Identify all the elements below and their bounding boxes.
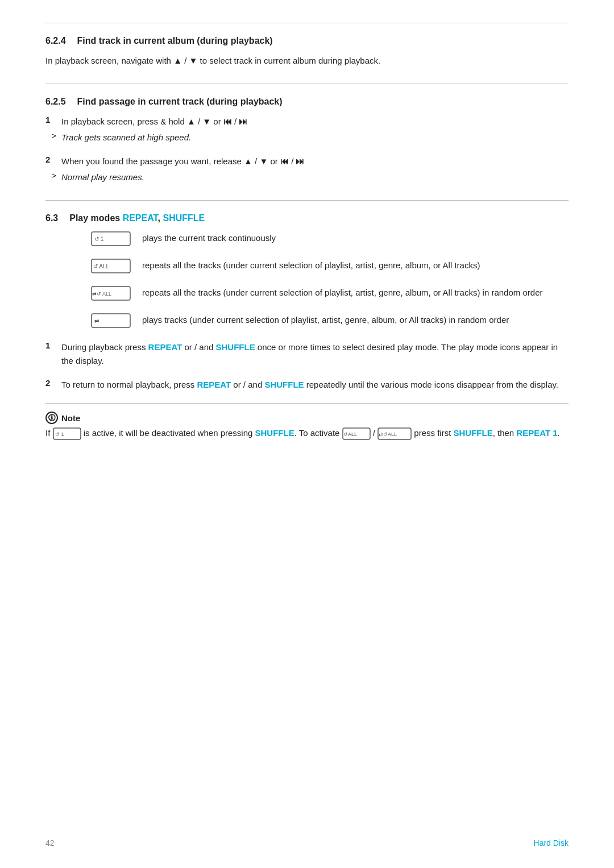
step-block-1: 1 In playback screen, press & hold ▲ / ▼… <box>45 115 569 144</box>
shuffle-title: SHUFFLE <box>163 213 205 223</box>
step-num-63-2: 2 <box>45 378 61 388</box>
step-text-2: When you found the passage you want, rel… <box>61 155 569 168</box>
note-repeat1-text: REPEAT 1 <box>516 428 557 438</box>
step-text-63-2: To return to normal playback, press REPE… <box>61 378 569 392</box>
result-text-1: Track gets scanned at high speed. <box>61 131 191 144</box>
result-row-1: > Track gets scanned at high speed. <box>45 131 569 144</box>
play-mode-icon-repeat1: ↺ 1 <box>91 231 142 246</box>
result-arrow-2: > <box>51 171 61 180</box>
step-num-63-1: 1 <box>45 340 61 350</box>
note-text: If ↺ 1 is active, it will be deactivated… <box>45 426 569 440</box>
down-arrow-icon: ▼ <box>189 54 198 68</box>
down-arrow-icon-2: ▼ <box>202 115 211 128</box>
step-block-63-1: 1 During playback press REPEAT or / and … <box>45 340 569 368</box>
repeat-label-2: REPEAT <box>197 380 231 389</box>
section-624: 6.2.4Find track in current album (during… <box>45 23 569 68</box>
play-mode-row-repeat1: ↺ 1 plays the current track continuously <box>91 231 569 246</box>
svg-text:⇄↺ALL: ⇄↺ALL <box>379 431 397 437</box>
step-text-1: In playback screen, press & hold ▲ / ▼ o… <box>61 115 569 128</box>
play-mode-row-shuffle: ⇄ plays tracks (under current selection … <box>91 313 569 328</box>
footer-label: Hard Disk <box>534 838 569 848</box>
section-63-title: 6.3Play modes REPEAT, SHUFFLE <box>45 213 569 223</box>
svg-text:↺ ALL: ↺ ALL <box>93 263 109 269</box>
play-mode-desc-repeat1: plays the current track continuously <box>142 231 569 245</box>
step-row-63-2: 2 To return to normal playback, press RE… <box>45 378 569 392</box>
step-num-1: 1 <box>45 115 61 124</box>
next-icon: ⏭ <box>239 115 247 128</box>
shuffle-icon-svg: ⇄ <box>91 313 131 328</box>
repeatall-icon-svg: ↺ ALL <box>91 259 131 273</box>
step-num-2: 2 <box>45 155 61 164</box>
section-624-body: In playback screen, navigate with ▲ / ▼ … <box>45 54 569 68</box>
prev-icon: ⏮ <box>223 115 232 128</box>
play-mode-icon-shuffle: ⇄ <box>91 313 142 328</box>
step-block-2: 2 When you found the passage you want, r… <box>45 155 569 184</box>
section-63: 6.3Play modes REPEAT, SHUFFLE ↺ 1 plays … <box>45 200 569 440</box>
note-shuffle-1: SHUFFLE <box>255 428 294 438</box>
play-modes-table: ↺ 1 plays the current track continuously… <box>91 231 569 328</box>
shuffleall-icon-svg: ⇄↺ ALL <box>91 286 131 301</box>
play-mode-row-repeatall: ↺ ALL repeats all the tracks (under curr… <box>91 259 569 273</box>
play-mode-desc-repeatall: repeats all the tracks (under current se… <box>142 259 569 272</box>
section-625-title: 6.2.5Find passage in current track (duri… <box>45 97 569 107</box>
section-63-num: 6.3 <box>45 213 58 223</box>
result-arrow-1: > <box>51 131 61 140</box>
section-625-title-text: Find passage in current track (during pl… <box>77 97 283 106</box>
note-shuffleall-icon: ⇄↺ALL <box>377 427 412 440</box>
shuffle-label-2: SHUFFLE <box>264 380 304 389</box>
play-mode-row-shuffleall: ⇄↺ ALL repeats all the tracks (under cur… <box>91 286 569 301</box>
up-arrow-icon-2: ▲ <box>187 115 196 128</box>
section-624-title-text: Find track in current album (during play… <box>77 36 273 45</box>
play-mode-icon-repeatall: ↺ ALL <box>91 259 142 273</box>
repeat-title: REPEAT <box>123 213 158 223</box>
repeat-label-1: REPEAT <box>148 342 182 352</box>
section-625-num: 6.2.5 <box>45 97 66 106</box>
section-624-title: 6.2.4Find track in current album (during… <box>45 36 569 46</box>
result-row-2: > Normal play resumes. <box>45 171 569 184</box>
up-arrow-icon-3: ▲ <box>244 155 252 168</box>
note-block: 🛈 Note If ↺ 1 is active, it will be deac… <box>45 403 569 440</box>
play-mode-icon-shuffleall: ⇄↺ ALL <box>91 286 142 301</box>
note-icon: 🛈 <box>45 412 58 424</box>
svg-text:⇄: ⇄ <box>94 318 99 324</box>
footer-page-num: 42 <box>45 838 55 848</box>
shuffle-label-1: SHUFFLE <box>216 342 255 352</box>
down-arrow-icon-3: ▼ <box>259 155 268 168</box>
svg-text:⇄↺ ALL: ⇄↺ ALL <box>92 291 111 297</box>
svg-text:↺ 1: ↺ 1 <box>94 236 104 242</box>
repeat1-icon-svg: ↺ 1 <box>91 231 131 246</box>
footer: 42 Hard Disk <box>45 838 569 848</box>
prev-icon-2: ⏮ <box>280 155 289 168</box>
section-625: 6.2.5Find passage in current track (duri… <box>45 84 569 184</box>
step-row-2: 2 When you found the passage you want, r… <box>45 155 569 168</box>
play-mode-desc-shuffleall: repeats all the tracks (under current se… <box>142 286 569 300</box>
next-icon-2: ⏭ <box>296 155 304 168</box>
result-text-2: Normal play resumes. <box>61 171 144 184</box>
svg-text:↺ALL: ↺ALL <box>343 431 357 437</box>
note-repeatall-icon: ↺ALL <box>342 427 371 440</box>
step-block-63-2: 2 To return to normal playback, press RE… <box>45 378 569 392</box>
note-repeat1-icon: ↺ 1 <box>53 427 81 440</box>
up-arrow-icon: ▲ <box>173 54 182 68</box>
section-624-num: 6.2.4 <box>45 36 66 45</box>
step-row-63-1: 1 During playback press REPEAT or / and … <box>45 340 569 368</box>
svg-text:↺ 1: ↺ 1 <box>55 431 64 437</box>
step-text-63-1: During playback press REPEAT or / and SH… <box>61 340 569 368</box>
note-shuffle-2: SHUFFLE <box>453 428 492 438</box>
note-header: 🛈 Note <box>45 412 569 424</box>
play-mode-desc-shuffle: plays tracks (under current selection of… <box>142 313 569 327</box>
note-label: Note <box>61 413 80 423</box>
step-row-1: 1 In playback screen, press & hold ▲ / ▼… <box>45 115 569 128</box>
section-63-title-text: Play modes REPEAT, SHUFFLE <box>69 213 205 223</box>
